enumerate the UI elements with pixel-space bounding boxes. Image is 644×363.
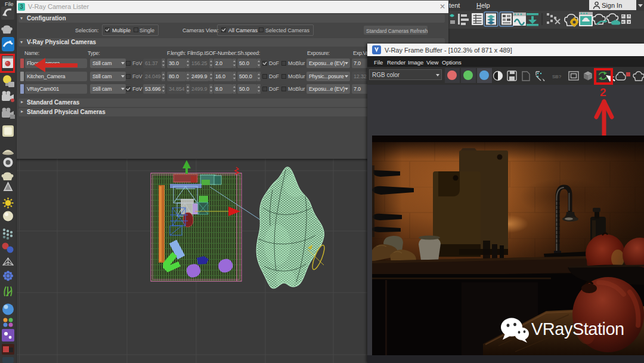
svg-text:3: 3 xyxy=(20,4,23,10)
svg-text:SB?: SB? xyxy=(552,74,562,79)
